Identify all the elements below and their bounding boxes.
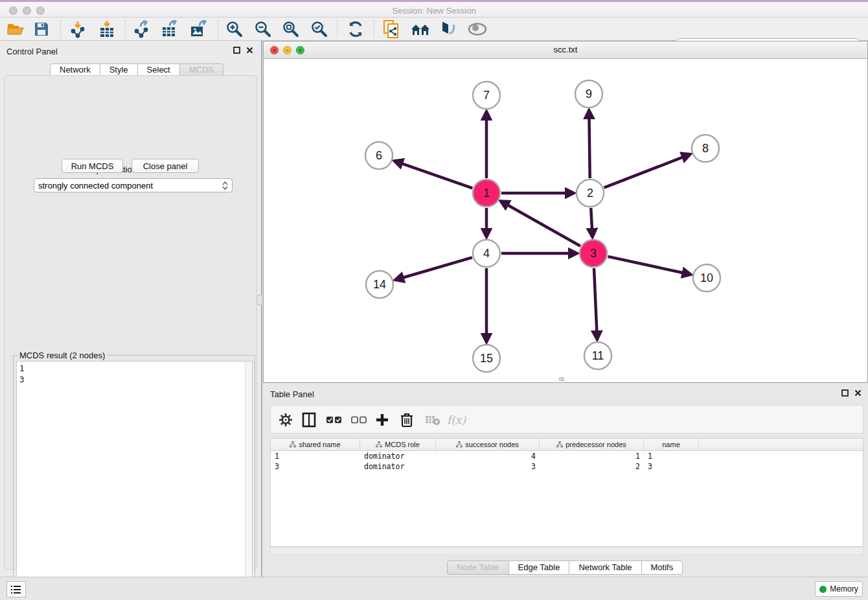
cell-mcds-role[interactable]: dominator [360, 461, 436, 472]
deselect-checkbox-icon[interactable] [351, 410, 367, 430]
tab-style[interactable]: Style [100, 63, 137, 76]
column-label: MCDS role [385, 441, 420, 448]
home-icon[interactable] [410, 19, 431, 39]
column-type-icon [556, 441, 563, 448]
optimization-criterion-select[interactable]: strongly connected component [34, 178, 233, 192]
export-network-icon[interactable] [131, 19, 152, 39]
node-10[interactable]: 10 [693, 264, 720, 292]
tab-network[interactable]: Network [50, 63, 100, 76]
cell-predecessor-nodes[interactable]: 2 [540, 461, 644, 472]
column-header-predecessor-nodes[interactable]: predecessor nodes [540, 439, 644, 450]
node-7[interactable]: 7 [473, 82, 500, 109]
node-14[interactable]: 14 [366, 271, 393, 298]
edge-1-6[interactable] [395, 161, 473, 189]
edge-2-3[interactable] [591, 208, 592, 237]
import-network-icon[interactable] [67, 19, 88, 39]
mcds-result-area[interactable]: 1 3 [16, 361, 253, 599]
panel-splitter[interactable] [261, 41, 262, 577]
table-toolbar: f(x) [270, 405, 863, 433]
export-image-icon[interactable] [188, 19, 209, 39]
node-2[interactable]: 2 [577, 179, 604, 207]
cell-successor-nodes[interactable]: 4 [436, 451, 540, 461]
table-header-row: shared nameMCDS rolesuccessor nodesprede… [271, 438, 863, 451]
cell-predecessor-nodes[interactable]: 1 [540, 451, 644, 461]
cell-shared-name[interactable]: 3 [271, 461, 360, 472]
memory-button[interactable]: Memory [815, 581, 863, 597]
network-file-icon[interactable] [382, 19, 402, 39]
node-label: 3 [590, 247, 597, 260]
node-3[interactable]: 3 [580, 240, 607, 267]
result-scrollbar[interactable] [245, 362, 252, 599]
node-label: 6 [376, 149, 382, 162]
refresh-layout-icon[interactable] [345, 19, 366, 39]
table-row[interactable]: 3dominator323 [271, 461, 863, 472]
add-row-icon[interactable] [376, 410, 389, 430]
cell-name[interactable]: 3 [644, 461, 699, 472]
zoom-selected-icon[interactable] [309, 19, 330, 39]
tab-mcds[interactable]: MCDS [179, 63, 223, 76]
column-header-successor-nodes[interactable]: successor nodes [436, 439, 540, 450]
edge-2-9[interactable] [589, 111, 589, 178]
close-panel-button[interactable]: Close panel [131, 159, 199, 173]
cell-mcds-role[interactable]: dominator [360, 451, 436, 461]
table-row[interactable]: 1dominator411 [271, 451, 863, 461]
gear-icon[interactable] [279, 410, 293, 430]
node-6[interactable]: 6 [365, 142, 393, 169]
node-table[interactable]: shared nameMCDS rolesuccessor nodesprede… [270, 438, 863, 547]
delete-row-icon[interactable] [400, 410, 413, 430]
function-builder-icon[interactable]: f(x) [447, 410, 466, 430]
table-tab-edge-table[interactable]: Edge Table [508, 560, 569, 575]
zoom-out-icon[interactable] [253, 19, 273, 39]
column-header-shared-name[interactable]: shared name [271, 439, 360, 450]
import-table-icon[interactable] [97, 19, 117, 39]
edge-3-1[interactable] [501, 202, 580, 246]
node-9[interactable]: 9 [575, 80, 602, 108]
task-history-button[interactable] [6, 581, 26, 597]
mcds-result-group: MCDS result (2 nodes) 1 3 [13, 355, 255, 600]
run-mcds-button[interactable]: Run MCDS [62, 159, 123, 173]
toolbar-separator [60, 20, 61, 38]
table-tab-network-table[interactable]: Network Table [569, 560, 641, 575]
node-8[interactable]: 8 [692, 135, 719, 162]
eye-icon[interactable] [467, 19, 488, 39]
edge-4-14[interactable] [396, 257, 472, 279]
edge-3-10[interactable] [608, 257, 690, 275]
table-hscrollbar[interactable] [270, 547, 863, 555]
close-table-panel-icon[interactable] [854, 389, 862, 397]
column-header-name[interactable]: name [644, 439, 699, 450]
network-window-titlebar[interactable]: × − + scc.txt [264, 41, 867, 59]
splitter-handle[interactable] [257, 295, 262, 305]
delete-table-icon[interactable] [425, 410, 440, 430]
table-tab-node-table[interactable]: Node Table [447, 560, 508, 575]
float-table-panel-icon[interactable] [841, 389, 849, 397]
node-label: 15 [480, 352, 493, 365]
column-type-icon [456, 441, 463, 448]
table-tab-motifs[interactable]: Motifs [641, 560, 683, 575]
save-session-icon[interactable] [31, 19, 52, 39]
column-header-mcds-role[interactable]: MCDS role [360, 439, 436, 450]
network-resize-handle[interactable] [559, 377, 564, 381]
mcds-result-text: 1 3 [17, 362, 252, 386]
float-panel-icon[interactable] [233, 47, 240, 54]
open-file-icon[interactable] [5, 19, 26, 39]
memory-status-icon [819, 586, 827, 593]
node-1[interactable]: 1 [473, 179, 500, 207]
hide-annotations-icon[interactable] [438, 19, 459, 39]
edge-2-8[interactable] [604, 154, 689, 187]
zoom-fit-icon[interactable] [280, 19, 301, 39]
cell-successor-nodes[interactable]: 3 [436, 461, 540, 472]
cell-shared-name[interactable]: 1 [271, 451, 360, 461]
node-11[interactable]: 11 [584, 342, 611, 369]
edge-3-11[interactable] [594, 268, 597, 339]
select-all-checkbox-icon[interactable] [326, 410, 342, 430]
node-4[interactable]: 4 [473, 240, 500, 267]
columns-icon[interactable] [302, 410, 316, 430]
node-15[interactable]: 15 [473, 345, 500, 372]
tab-select[interactable]: Select [137, 63, 179, 76]
close-panel-icon[interactable] [246, 47, 253, 54]
cell-name[interactable]: 1 [644, 451, 699, 461]
export-table-icon[interactable] [159, 19, 180, 39]
network-graph-canvas[interactable]: 1234678910111415 [264, 59, 867, 382]
node-label: 1 [483, 187, 490, 200]
zoom-in-icon[interactable] [224, 19, 245, 39]
